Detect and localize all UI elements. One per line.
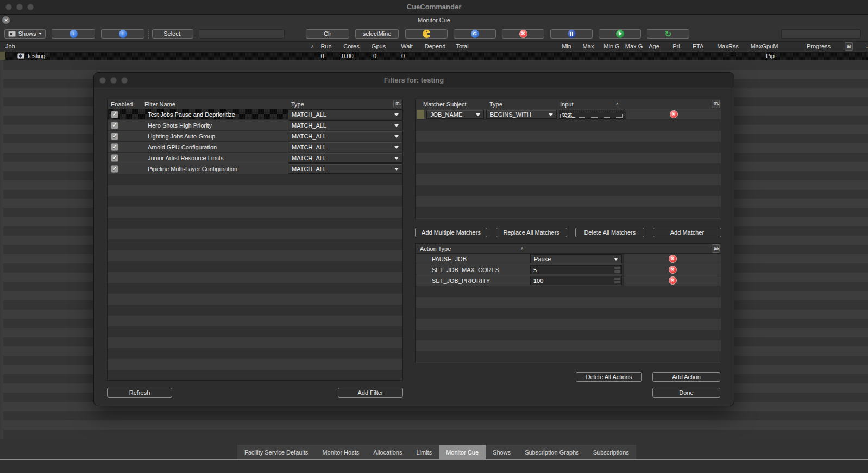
pause-job-button[interactable] <box>550 29 593 39</box>
filter-row[interactable]: Junior Artist Resource Limits MATCH_ALL <box>108 153 402 163</box>
filter-name: Junior Artist Resource Limits <box>140 153 288 163</box>
column-wait[interactable]: Wait <box>393 43 421 49</box>
tab-subscriptions[interactable]: Subscriptions <box>586 445 636 459</box>
matcher-delete-cell[interactable]: ✕ <box>624 109 721 119</box>
tab-monitor-cue[interactable]: Monitor Cue <box>439 445 486 459</box>
tab-allocations[interactable]: Allocations <box>366 445 409 459</box>
filter-row[interactable]: Hero Shots High Priority MATCH_ALL <box>108 120 402 131</box>
refresh-button[interactable]: ↻ <box>647 29 689 39</box>
tab-subscription-graphs[interactable]: Subscription Graphs <box>518 445 586 459</box>
action-row[interactable]: SET_JOB_MAX_CORES 5 ✕ <box>416 264 721 275</box>
select-mine-button[interactable]: selectMine <box>355 29 399 39</box>
filter-enabled-checkbox[interactable] <box>111 133 118 140</box>
job-table-header: Job ∧ Run Cores Gpus Wait Depend Total M… <box>0 41 868 51</box>
spin-up-down-buttons[interactable] <box>614 266 621 273</box>
filter-row[interactable]: Lighting Jobs Auto-Group MATCH_ALL <box>108 131 402 142</box>
column-max-g[interactable]: Max G <box>624 43 644 49</box>
column-total[interactable]: Total <box>449 43 475 49</box>
tab-shows[interactable]: Shows <box>486 445 518 459</box>
action-row[interactable]: SET_JOB_PRIORITY 100 ✕ <box>416 275 721 286</box>
column-min[interactable]: Min <box>556 43 577 49</box>
job-row[interactable]: testing 0 0.00 0 0 Pip <box>0 52 868 60</box>
matcher-row[interactable]: JOB_NAME BEGINS_WITH ✕ <box>416 109 721 120</box>
actions-column-config-icon[interactable]: ⊞ <box>712 244 720 253</box>
action-delete-cell[interactable]: ✕ <box>622 275 721 286</box>
tab-limits[interactable]: Limits <box>409 445 439 459</box>
filters-col-name[interactable]: Filter Name <box>140 101 288 108</box>
filter-type-dropdown[interactable]: MATCH_ALL <box>288 163 402 174</box>
filter-enabled-checkbox[interactable] <box>111 154 118 162</box>
filter-type-dropdown[interactable]: MATCH_ALL <box>288 120 402 130</box>
action-row[interactable]: PAUSE_JOB Pause ✕ <box>416 254 721 264</box>
spin-up-down-buttons[interactable] <box>614 277 621 284</box>
move-down-button[interactable]: ↓ <box>52 29 95 39</box>
tab-monitor-hosts[interactable]: Monitor Hosts <box>315 445 366 459</box>
column-job[interactable]: Job ∧ <box>0 43 314 49</box>
column-gpus[interactable]: Gpus <box>364 43 393 49</box>
add-action-button[interactable]: Add Action <box>652 372 720 382</box>
filter-jobs-input[interactable] <box>781 29 861 39</box>
matchers-col-type[interactable]: Type <box>485 101 557 108</box>
column-pri[interactable]: Pri <box>664 43 688 49</box>
actions-col-type[interactable]: Action Type ∧ <box>416 245 529 252</box>
delete-all-matchers-button[interactable]: Delete All Matchers <box>575 228 644 237</box>
select-input[interactable] <box>199 29 285 39</box>
filter-row[interactable]: Test Jobs Pause and Deprioritize MATCH_A… <box>108 109 402 120</box>
action-type: SET_JOB_MAX_CORES <box>416 264 529 275</box>
filter-enabled-checkbox[interactable] <box>111 143 118 151</box>
filter-enabled-checkbox[interactable] <box>111 111 118 118</box>
filter-row[interactable]: Pipeline Multi-Layer Configuration MATCH… <box>108 163 402 174</box>
add-filter-button[interactable]: Add Filter <box>338 388 403 398</box>
matchers-column-config-icon[interactable]: ⊞ <box>712 100 720 108</box>
kill-job-button[interactable]: ✕ <box>502 29 544 39</box>
chevron-down-icon <box>394 157 399 160</box>
column-eta[interactable]: ETA <box>688 43 708 49</box>
matchers-col-input[interactable]: Input ∧ <box>557 101 623 108</box>
column-run[interactable]: Run <box>314 43 338 49</box>
column-config-icon[interactable]: ⊞ <box>845 42 853 51</box>
filters-column-config-icon[interactable]: ⊞ <box>393 100 401 108</box>
add-multiple-matchers-button[interactable]: Add Multiple Matchers <box>415 228 487 237</box>
action-delete-cell[interactable]: ✕ <box>622 254 721 264</box>
action-value-spinbox[interactable]: 100 <box>530 276 622 285</box>
action-value-spinbox[interactable]: 5 <box>530 265 622 274</box>
move-up-button[interactable]: ↑ <box>101 29 144 39</box>
column-cores[interactable]: Cores <box>338 43 364 49</box>
group-button[interactable]: G <box>454 29 496 39</box>
eat-dead-frames-button[interactable] <box>405 29 448 39</box>
clr-button[interactable]: Clr <box>306 29 349 39</box>
column-maxgpum[interactable]: MaxGpuM <box>748 43 781 49</box>
replace-all-matchers-button[interactable]: Replace All Matchers <box>496 228 567 237</box>
matcher-type-dropdown[interactable]: BEGINS_WITH <box>486 110 557 119</box>
tab-facility-service-defaults[interactable]: Facility Service Defaults <box>237 445 315 459</box>
add-matcher-button[interactable]: Add Matcher <box>653 228 721 237</box>
column-maxrss[interactable]: MaxRss <box>708 43 748 49</box>
filter-name: Arnold GPU Configuration <box>140 142 288 152</box>
matcher-input-field[interactable] <box>559 110 624 119</box>
filter-enabled-checkbox[interactable] <box>111 165 118 173</box>
filters-col-enabled[interactable]: Enabled <box>108 101 140 108</box>
column-min-g[interactable]: Min G <box>599 43 624 49</box>
action-delete-cell[interactable]: ✕ <box>622 264 721 275</box>
filter-type-dropdown[interactable]: MATCH_ALL <box>288 142 402 152</box>
done-button[interactable]: Done <box>652 388 720 398</box>
column-max[interactable]: Max <box>577 43 599 49</box>
action-value-dropdown[interactable]: Pause <box>530 254 622 263</box>
filter-type-dropdown[interactable]: MATCH_ALL <box>288 131 402 141</box>
matcher-subject-dropdown[interactable]: JOB_NAME <box>426 110 484 119</box>
matcher-tag <box>417 110 424 119</box>
shows-menu-button[interactable]: Shows <box>4 29 46 39</box>
delete-all-actions-button[interactable]: Delete All Actions <box>576 372 642 382</box>
column-progress[interactable]: Progress <box>797 43 840 49</box>
refresh-filters-button[interactable]: Refresh <box>107 388 172 398</box>
filters-col-type[interactable]: Type <box>288 101 402 108</box>
column-depend[interactable]: Depend <box>421 43 449 49</box>
filter-type-dropdown[interactable]: MATCH_ALL <box>288 109 402 119</box>
unpause-job-button[interactable] <box>599 29 641 39</box>
filter-row[interactable]: Arnold GPU Configuration MATCH_ALL <box>108 142 402 153</box>
filter-enabled-checkbox[interactable] <box>111 122 118 129</box>
chevron-down-icon <box>394 113 399 116</box>
matchers-col-subject[interactable]: Matcher Subject <box>416 101 485 108</box>
column-age[interactable]: Age <box>644 43 664 49</box>
filter-type-dropdown[interactable]: MATCH_ALL <box>288 153 402 163</box>
